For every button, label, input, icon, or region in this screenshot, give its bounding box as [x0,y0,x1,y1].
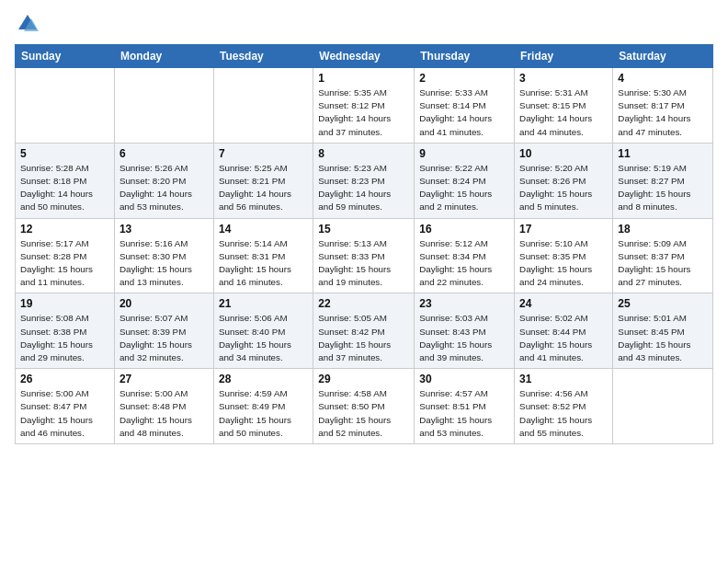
weekday-header-wednesday: Wednesday [313,45,415,68]
calendar-cell: 5Sunrise: 5:28 AM Sunset: 8:18 PM Daylig… [16,143,115,218]
day-info: Sunrise: 5:33 AM Sunset: 8:14 PM Dayligh… [419,86,509,139]
day-info: Sunrise: 4:58 AM Sunset: 8:50 PM Dayligh… [318,387,409,440]
day-info: Sunrise: 4:57 AM Sunset: 8:51 PM Dayligh… [419,387,509,440]
calendar-cell [114,68,213,144]
day-info: Sunrise: 4:56 AM Sunset: 8:52 PM Dayligh… [519,387,608,440]
day-info: Sunrise: 5:16 AM Sunset: 8:30 PM Dayligh… [119,237,209,290]
logo [15,11,44,37]
day-number: 11 [618,147,708,160]
day-info: Sunrise: 5:00 AM Sunset: 8:47 PM Dayligh… [20,387,109,440]
calendar-cell: 22Sunrise: 5:05 AM Sunset: 8:42 PM Dayli… [313,293,415,369]
day-number: 27 [119,373,209,385]
calendar-cell: 3Sunrise: 5:31 AM Sunset: 8:15 PM Daylig… [515,68,613,144]
day-info: Sunrise: 5:10 AM Sunset: 8:35 PM Dayligh… [519,237,608,290]
calendar-cell: 1Sunrise: 5:35 AM Sunset: 8:12 PM Daylig… [313,68,415,144]
day-number: 2 [419,72,509,85]
calendar-cell [613,369,713,444]
calendar-cell: 7Sunrise: 5:25 AM Sunset: 8:21 PM Daylig… [213,143,313,218]
day-number: 12 [20,223,109,236]
calendar-cell: 26Sunrise: 5:00 AM Sunset: 8:47 PM Dayli… [16,369,115,444]
calendar-week-3: 12Sunrise: 5:17 AM Sunset: 8:28 PM Dayli… [16,218,713,293]
calendar-cell: 31Sunrise: 4:56 AM Sunset: 8:52 PM Dayli… [515,369,613,444]
day-info: Sunrise: 5:26 AM Sunset: 8:20 PM Dayligh… [119,162,209,214]
calendar-cell: 15Sunrise: 5:13 AM Sunset: 8:33 PM Dayli… [313,218,415,293]
calendar-cell: 14Sunrise: 5:14 AM Sunset: 8:31 PM Dayli… [213,218,313,293]
day-number: 8 [318,147,409,160]
day-info: Sunrise: 5:09 AM Sunset: 8:37 PM Dayligh… [618,237,708,290]
weekday-header-sunday: Sunday [16,45,115,68]
calendar-week-1: 1Sunrise: 5:35 AM Sunset: 8:12 PM Daylig… [16,68,713,144]
day-info: Sunrise: 5:20 AM Sunset: 8:26 PM Dayligh… [519,162,608,214]
weekday-header-monday: Monday [114,45,213,68]
weekday-header-saturday: Saturday [613,45,713,68]
page: SundayMondayTuesdayWednesdayThursdayFrid… [0,0,728,452]
weekday-row: SundayMondayTuesdayWednesdayThursdayFrid… [16,45,713,68]
day-number: 13 [119,223,209,236]
calendar-header: SundayMondayTuesdayWednesdayThursdayFrid… [16,45,713,68]
day-info: Sunrise: 5:02 AM Sunset: 8:44 PM Dayligh… [519,312,608,364]
calendar-cell: 30Sunrise: 4:57 AM Sunset: 8:51 PM Dayli… [415,369,515,444]
day-info: Sunrise: 5:01 AM Sunset: 8:45 PM Dayligh… [618,312,708,364]
day-info: Sunrise: 5:03 AM Sunset: 8:43 PM Dayligh… [419,312,509,364]
calendar-body: 1Sunrise: 5:35 AM Sunset: 8:12 PM Daylig… [16,68,713,444]
day-info: Sunrise: 5:05 AM Sunset: 8:42 PM Dayligh… [318,312,409,364]
day-number: 3 [519,72,608,85]
calendar-cell: 27Sunrise: 5:00 AM Sunset: 8:48 PM Dayli… [114,369,213,444]
calendar-cell: 19Sunrise: 5:08 AM Sunset: 8:38 PM Dayli… [16,293,115,369]
day-number: 19 [20,297,109,310]
logo-icon [15,11,40,37]
calendar-cell: 10Sunrise: 5:20 AM Sunset: 8:26 PM Dayli… [515,143,613,218]
calendar-cell [16,68,115,144]
day-number: 7 [219,147,308,160]
calendar-cell: 25Sunrise: 5:01 AM Sunset: 8:45 PM Dayli… [613,293,713,369]
day-info: Sunrise: 5:25 AM Sunset: 8:21 PM Dayligh… [219,162,308,214]
day-number: 26 [20,373,109,385]
day-number: 9 [419,147,509,160]
calendar-cell: 13Sunrise: 5:16 AM Sunset: 8:30 PM Dayli… [114,218,213,293]
calendar-week-2: 5Sunrise: 5:28 AM Sunset: 8:18 PM Daylig… [16,143,713,218]
day-number: 6 [119,147,209,160]
calendar-cell: 21Sunrise: 5:06 AM Sunset: 8:40 PM Dayli… [213,293,313,369]
weekday-header-thursday: Thursday [415,45,515,68]
calendar-cell: 4Sunrise: 5:30 AM Sunset: 8:17 PM Daylig… [613,68,713,144]
calendar-cell: 20Sunrise: 5:07 AM Sunset: 8:39 PM Dayli… [114,293,213,369]
weekday-header-friday: Friday [515,45,613,68]
calendar-cell: 6Sunrise: 5:26 AM Sunset: 8:20 PM Daylig… [114,143,213,218]
day-number: 1 [318,72,409,85]
calendar-cell: 28Sunrise: 4:59 AM Sunset: 8:49 PM Dayli… [213,369,313,444]
day-number: 17 [519,223,608,236]
calendar-cell: 12Sunrise: 5:17 AM Sunset: 8:28 PM Dayli… [16,218,115,293]
calendar-cell: 8Sunrise: 5:23 AM Sunset: 8:23 PM Daylig… [313,143,415,218]
day-number: 30 [419,373,509,385]
day-info: Sunrise: 5:17 AM Sunset: 8:28 PM Dayligh… [20,237,109,290]
day-number: 18 [618,223,708,236]
day-number: 15 [318,223,409,236]
calendar-cell: 17Sunrise: 5:10 AM Sunset: 8:35 PM Dayli… [515,218,613,293]
header [15,11,713,37]
day-number: 23 [419,297,509,310]
day-number: 25 [618,297,708,310]
day-info: Sunrise: 4:59 AM Sunset: 8:49 PM Dayligh… [219,387,308,440]
day-number: 21 [219,297,308,310]
calendar-cell: 23Sunrise: 5:03 AM Sunset: 8:43 PM Dayli… [415,293,515,369]
day-info: Sunrise: 5:12 AM Sunset: 8:34 PM Dayligh… [419,237,509,290]
day-info: Sunrise: 5:35 AM Sunset: 8:12 PM Dayligh… [318,86,409,139]
day-number: 16 [419,223,509,236]
day-number: 20 [119,297,209,310]
day-info: Sunrise: 5:19 AM Sunset: 8:27 PM Dayligh… [618,162,708,214]
calendar-cell: 2Sunrise: 5:33 AM Sunset: 8:14 PM Daylig… [415,68,515,144]
calendar-week-5: 26Sunrise: 5:00 AM Sunset: 8:47 PM Dayli… [16,369,713,444]
day-number: 31 [519,373,608,385]
day-number: 29 [318,373,409,385]
calendar-cell: 11Sunrise: 5:19 AM Sunset: 8:27 PM Dayli… [613,143,713,218]
day-info: Sunrise: 5:13 AM Sunset: 8:33 PM Dayligh… [318,237,409,290]
day-info: Sunrise: 5:06 AM Sunset: 8:40 PM Dayligh… [219,312,308,364]
day-number: 22 [318,297,409,310]
calendar-cell: 24Sunrise: 5:02 AM Sunset: 8:44 PM Dayli… [515,293,613,369]
day-info: Sunrise: 5:30 AM Sunset: 8:17 PM Dayligh… [618,86,708,139]
calendar-cell: 16Sunrise: 5:12 AM Sunset: 8:34 PM Dayli… [415,218,515,293]
day-info: Sunrise: 5:14 AM Sunset: 8:31 PM Dayligh… [219,237,308,290]
day-number: 10 [519,147,608,160]
calendar-cell: 18Sunrise: 5:09 AM Sunset: 8:37 PM Dayli… [613,218,713,293]
calendar-week-4: 19Sunrise: 5:08 AM Sunset: 8:38 PM Dayli… [16,293,713,369]
